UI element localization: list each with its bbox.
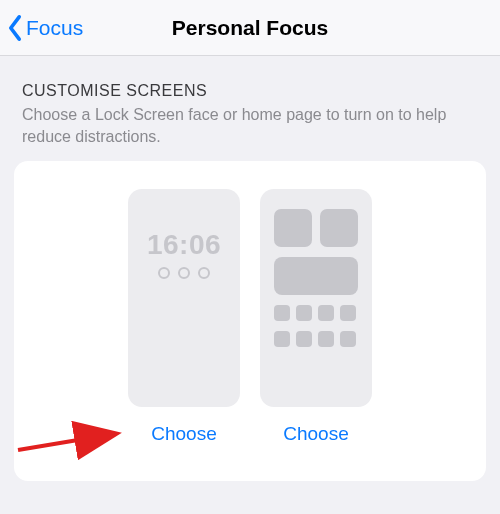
screen-previews: 16:06 Choose Choose [38,189,462,445]
navigation-bar: Focus Personal Focus [0,0,500,56]
section-customise-screens: CUSTOMISE SCREENS Choose a Lock Screen f… [0,56,500,147]
lock-screen-time: 16:06 [128,229,240,261]
lock-screen-choose-button[interactable]: Choose [151,423,217,445]
section-header: CUSTOMISE SCREENS [22,82,478,100]
back-label: Focus [26,16,83,40]
page-title: Personal Focus [172,16,328,40]
home-screen-layout-icon [274,209,358,389]
lock-screen-preview[interactable]: 16:06 [128,189,240,407]
screens-card: 16:06 Choose Choose [14,161,486,481]
chevron-left-icon [6,14,24,42]
home-screen-preview[interactable] [260,189,372,407]
lock-screen-widgets-icon [128,267,240,279]
home-screen-column: Choose [260,189,372,445]
lock-screen-column: 16:06 Choose [128,189,240,445]
section-description: Choose a Lock Screen face or home page t… [22,104,478,147]
home-screen-choose-button[interactable]: Choose [283,423,349,445]
back-button[interactable]: Focus [6,0,83,56]
